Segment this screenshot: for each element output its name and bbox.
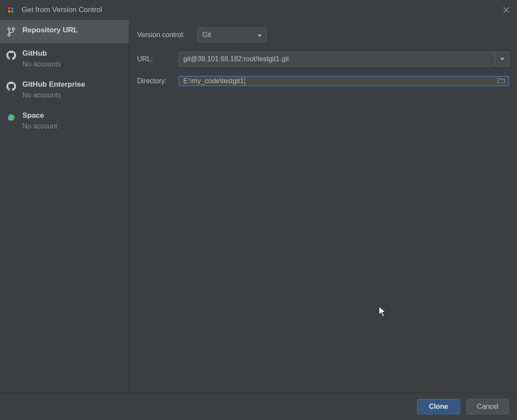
directory-value: E:\my_code\testgit1: [183, 77, 244, 85]
svg-rect-3: [8, 10, 10, 13]
directory-row: Directory: E:\my_code\testgit1: [137, 76, 509, 86]
sidebar-item-repository-url[interactable]: Repository URL: [0, 20, 129, 43]
vcs-row: Version control: Git: [137, 28, 509, 42]
window-title: Get from Version Control: [22, 6, 500, 14]
sidebar-item-label: GitHub Enterprise: [22, 80, 85, 89]
url-label: URL:: [137, 55, 179, 63]
sidebar-item-space[interactable]: Space No account: [0, 105, 129, 136]
url-row: URL:: [137, 52, 509, 66]
dialog-body: Repository URL GitHub No accounts GitHub: [0, 20, 517, 392]
sidebar-item-github[interactable]: GitHub No accounts: [0, 43, 129, 74]
vcs-label: Version control:: [137, 31, 197, 39]
dialog-footer: Clone Cancel: [0, 392, 517, 420]
sidebar-item-label: Space: [22, 111, 57, 120]
space-icon: [6, 112, 16, 122]
sidebar-item-label: GitHub: [22, 49, 61, 58]
github-icon: [6, 50, 16, 60]
text-caret: [244, 77, 245, 85]
svg-point-8: [12, 28, 14, 30]
svg-rect-2: [11, 7, 13, 9]
chevron-down-icon: [257, 31, 262, 39]
cancel-button[interactable]: Cancel: [466, 399, 509, 414]
vcs-value: Git: [202, 31, 211, 39]
directory-input[interactable]: E:\my_code\testgit1: [179, 76, 509, 86]
clone-button-label: Clone: [429, 403, 448, 411]
sidebar-item-subtitle: No account: [22, 122, 57, 130]
close-button[interactable]: [500, 3, 513, 16]
svg-rect-1: [8, 7, 10, 9]
svg-point-7: [8, 28, 10, 30]
url-input[interactable]: [179, 52, 495, 66]
sidebar-item-github-enterprise[interactable]: GitHub Enterprise No accounts: [0, 74, 129, 105]
vcs-combobox[interactable]: Git: [197, 28, 266, 42]
clone-button[interactable]: Clone: [417, 399, 460, 414]
main-panel: Version control: Git URL: Directory:: [129, 20, 517, 392]
titlebar: Get from Version Control: [0, 0, 517, 20]
sidebar-item-subtitle: No accounts: [22, 60, 61, 68]
svg-point-9: [8, 34, 10, 36]
close-icon: [503, 7, 509, 13]
svg-rect-4: [11, 10, 13, 13]
directory-label: Directory:: [137, 77, 179, 85]
folder-icon: [497, 77, 505, 83]
sidebar: Repository URL GitHub No accounts GitHub: [0, 20, 129, 392]
app-icon: [6, 5, 16, 15]
sidebar-item-subtitle: No accounts: [22, 91, 85, 99]
url-history-dropdown[interactable]: [495, 52, 509, 66]
branch-icon: [6, 27, 16, 37]
cancel-button-label: Cancel: [477, 403, 498, 411]
chevron-down-icon: [500, 58, 504, 60]
browse-directory-button[interactable]: [497, 77, 505, 85]
sidebar-item-label: Repository URL: [22, 26, 78, 34]
github-icon: [6, 81, 16, 91]
